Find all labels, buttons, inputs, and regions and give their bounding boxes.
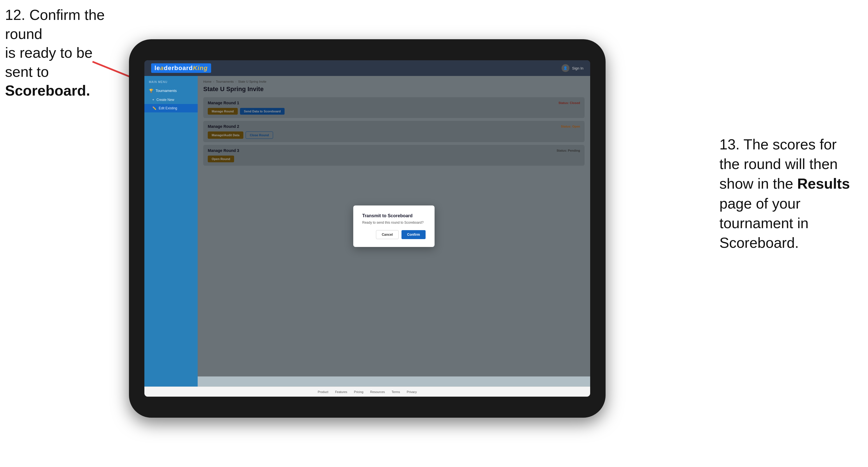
confirm-button[interactable]: Confirm <box>401 230 426 239</box>
logo-area: leaderboardKing <box>151 63 211 73</box>
sign-in-label[interactable]: Sign In <box>572 66 583 70</box>
edit-icon: ✏️ <box>152 106 156 110</box>
main-content: Home › Tournaments › State U Spring Invi… <box>198 76 590 386</box>
annotation-line1: 12. Confirm the round <box>5 7 105 42</box>
annotation-line2: is ready to be sent to <box>5 44 93 80</box>
footer-link-product[interactable]: Product <box>318 390 328 394</box>
sidebar-menu-label: MAIN MENU <box>145 81 198 86</box>
footer-link-terms[interactable]: Terms <box>392 390 400 394</box>
annotation-right: 13. The scores for the round will then s… <box>719 134 860 253</box>
modal-overlay: Transmit to Scoreboard Ready to send thi… <box>198 76 590 376</box>
sidebar-item-create-new[interactable]: + Create New <box>145 96 198 104</box>
top-nav: leaderboardKing 👤 Sign In <box>145 60 590 76</box>
tablet-screen: leaderboardKing 👤 Sign In MAIN MENU 🏆 To… <box>145 60 590 397</box>
footer-link-resources[interactable]: Resources <box>370 390 385 394</box>
footer-link-features[interactable]: Features <box>335 390 347 394</box>
sidebar-item-edit-existing[interactable]: ✏️ Edit Existing <box>145 104 198 113</box>
footer-link-privacy[interactable]: Privacy <box>407 390 417 394</box>
annotation-line3: Scoreboard. <box>5 83 90 99</box>
modal-buttons: Cancel Confirm <box>362 230 426 239</box>
plus-icon: + <box>152 98 154 102</box>
footer: Product Features Pricing Resources Terms… <box>145 386 590 397</box>
cancel-button[interactable]: Cancel <box>376 230 399 239</box>
footer-link-pricing[interactable]: Pricing <box>354 390 364 394</box>
sidebar: MAIN MENU 🏆 Tournaments + Create New ✏️ … <box>145 76 198 386</box>
sidebar-item-tournaments[interactable]: 🏆 Tournaments <box>145 86 198 96</box>
transmit-modal: Transmit to Scoreboard Ready to send thi… <box>353 206 435 247</box>
modal-subtitle: Ready to send this round to Scoreboard? <box>362 221 426 224</box>
user-icon: 👤 <box>562 64 569 72</box>
logo: leaderboardKing <box>151 63 211 73</box>
modal-title: Transmit to Scoreboard <box>362 213 426 218</box>
tablet-device: leaderboardKing 👤 Sign In MAIN MENU 🏆 To… <box>129 39 606 418</box>
annotation-top-left: 12. Confirm the round is ready to be sen… <box>5 6 123 100</box>
sign-in-area: 👤 Sign In <box>562 64 583 72</box>
main-layout: MAIN MENU 🏆 Tournaments + Create New ✏️ … <box>145 76 590 386</box>
sidebar-tournaments-label: Tournaments <box>156 89 177 93</box>
sidebar-edit-label: Edit Existing <box>159 106 177 110</box>
sidebar-create-label: Create New <box>156 98 174 102</box>
annotation-right-text: 13. The scores for the round will then s… <box>719 136 850 251</box>
trophy-icon: 🏆 <box>149 89 153 93</box>
